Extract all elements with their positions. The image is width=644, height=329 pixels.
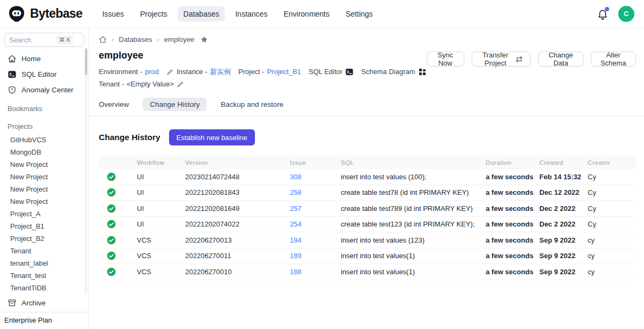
nav-item-databases[interactable]: Databases xyxy=(178,6,225,21)
sql-cell: insert into test values (100); xyxy=(341,173,486,181)
issue-link[interactable]: 258 xyxy=(290,188,302,196)
search-box[interactable]: ⌘ K xyxy=(4,33,84,47)
archive-icon xyxy=(8,298,17,308)
sql-editor-label: SQL Editor xyxy=(309,65,342,78)
environment-link[interactable]: prod xyxy=(145,65,159,78)
nav-item-instances[interactable]: Instances xyxy=(229,6,273,21)
search-input[interactable] xyxy=(9,36,56,44)
table-row[interactable]: VCS202206270013194insert into test value… xyxy=(99,232,636,248)
creator-cell: Cy xyxy=(588,220,636,228)
sidebar-project-tenanttidb[interactable]: TenantTiDB xyxy=(0,282,89,294)
status-cell xyxy=(99,236,137,245)
table-row[interactable]: UI20230214072448308insert into test valu… xyxy=(99,169,636,185)
sidebar-project-new-project[interactable]: New Project xyxy=(0,171,89,183)
star-icon[interactable] xyxy=(200,35,208,43)
topbar-right: C xyxy=(597,6,634,22)
breadcrumb-employee[interactable]: employee xyxy=(164,35,194,43)
table-row[interactable]: UI20221202074022254create table test123 … xyxy=(99,217,636,233)
breadcrumb-databases[interactable]: Databases xyxy=(119,35,152,43)
sidebar-project-tenant[interactable]: Tenant xyxy=(0,245,89,257)
sql-editor-link[interactable]: SQL Editor xyxy=(309,65,354,78)
column-header-duration: Duration xyxy=(486,159,539,166)
table-row[interactable]: VCS202206270011189insert into test value… xyxy=(99,248,636,265)
transfer-project-button[interactable]: Transfer Project xyxy=(472,52,531,67)
sidebar-footer: Archive Enterprise Plan xyxy=(0,294,89,329)
sidebar-item-anomaly-center[interactable]: Anomaly Center xyxy=(0,82,89,98)
change-history-table: WorkflowVersionIssueSQLDurationCreatedCr… xyxy=(99,156,636,280)
button-label: Transfer Project xyxy=(479,51,511,67)
schema-diagram-link[interactable]: Schema Diagram xyxy=(361,65,426,78)
tab-backup-and-restore[interactable]: Backup and restore xyxy=(221,98,283,111)
tab-change-history[interactable]: Change History xyxy=(143,98,207,111)
alter-schema-button[interactable]: Alter Schema xyxy=(591,52,636,67)
table-header-row: WorkflowVersionIssueSQLDurationCreatedCr… xyxy=(99,156,636,169)
brand[interactable]: Bytebase xyxy=(8,5,82,23)
issue-link[interactable]: 188 xyxy=(290,268,302,276)
nav-item-issues[interactable]: Issues xyxy=(96,6,129,21)
issue-cell: 189 xyxy=(290,252,341,260)
sidebar-project-new-project[interactable]: New Project xyxy=(0,195,89,208)
sidebar-item-label: SQL Editor xyxy=(21,70,57,78)
nav-item-projects[interactable]: Projects xyxy=(134,6,173,21)
notifications-bell-icon[interactable] xyxy=(597,8,609,20)
sidebar-project-project-b2[interactable]: Project_B2 xyxy=(0,232,89,245)
duration-cell: a few seconds xyxy=(486,173,539,181)
created-cell: Sep 9 2022 xyxy=(539,268,588,276)
transfer-icon xyxy=(515,55,523,63)
plan-label: Enterprise Plan xyxy=(0,312,89,329)
tenant-label: Tenant - xyxy=(99,78,124,90)
button-label: Sync Now xyxy=(434,51,457,67)
workflow-cell: VCS xyxy=(137,268,185,276)
sidebar-project-tenant-test[interactable]: Tenant_test xyxy=(0,269,89,282)
sidebar-scrollbar-track[interactable] xyxy=(85,47,87,323)
sidebar-item-archive[interactable]: Archive xyxy=(0,294,89,312)
environment-label: Environment - xyxy=(99,65,142,78)
issue-link[interactable]: 308 xyxy=(290,173,302,181)
status-cell xyxy=(99,251,137,260)
tab-overview[interactable]: Overview xyxy=(99,98,129,111)
project-list: GitHubVCSMongoDBNew ProjectNew ProjectNe… xyxy=(0,134,89,319)
sidebar-item-home[interactable]: Home xyxy=(0,51,89,67)
created-cell: Feb 14 15:32 xyxy=(539,173,588,181)
sidebar-project-new-project[interactable]: New Project xyxy=(0,183,89,195)
terminal-icon xyxy=(8,70,17,79)
nav-item-settings[interactable]: Settings xyxy=(340,6,379,21)
issue-link[interactable]: 189 xyxy=(290,252,302,260)
tenant-meta: Tenant - <Empty Value> xyxy=(99,78,184,90)
status-cell xyxy=(99,204,137,213)
avatar[interactable]: C xyxy=(618,6,634,22)
pencil-icon[interactable] xyxy=(177,81,184,88)
sidebar-project-project-a[interactable]: Project_A xyxy=(0,208,89,220)
instance-meta: Instance - 新实例 xyxy=(166,65,231,78)
issue-link[interactable]: 254 xyxy=(290,220,302,228)
check-circle-icon xyxy=(107,236,116,245)
issue-link[interactable]: 194 xyxy=(290,236,302,244)
table-row[interactable]: VCS202206270010188insert into test value… xyxy=(99,264,636,280)
created-cell: Sep 9 2022 xyxy=(539,236,588,244)
nav-item-environments[interactable]: Environments xyxy=(277,6,335,21)
home-icon[interactable] xyxy=(99,35,107,43)
change-data-button[interactable]: Change Data xyxy=(538,52,583,67)
creator-cell: Cy xyxy=(588,173,636,181)
sql-cell: create table test78 (id int PRIMARY KEY) xyxy=(341,188,486,196)
sidebar-project-githubvcs[interactable]: GitHubVCS xyxy=(0,134,89,146)
establish-baseline-button[interactable]: Establish new baseline xyxy=(169,129,255,145)
sidebar-item-sql-editor[interactable]: SQL Editor xyxy=(0,67,89,82)
version-cell: 202206270010 xyxy=(185,268,290,276)
archive-label: Archive xyxy=(21,299,46,307)
check-circle-icon xyxy=(107,188,116,197)
issue-link[interactable]: 257 xyxy=(290,204,302,213)
sidebar-project-mongodb[interactable]: MongoDB xyxy=(0,146,89,158)
project-link[interactable]: Project_B1 xyxy=(267,65,301,78)
creator-cell: cy xyxy=(588,252,636,260)
sidebar-scrollbar-thumb[interactable] xyxy=(85,48,87,75)
instance-link[interactable]: 新实例 xyxy=(210,65,231,78)
sync-now-button[interactable]: Sync Now xyxy=(427,52,464,67)
sidebar-item-label: Anomaly Center xyxy=(21,86,74,94)
sidebar-project-tenant-label[interactable]: tenant_label xyxy=(0,257,89,269)
sidebar-project-project-b1[interactable]: Project_B1 xyxy=(0,220,89,232)
table-row[interactable]: UI20221202081649257create table test789 … xyxy=(99,201,636,217)
column-header-sql: SQL xyxy=(341,159,486,166)
sidebar-project-new-project[interactable]: New Project xyxy=(0,158,89,171)
table-row[interactable]: UI20221202081843258create table test78 (… xyxy=(99,185,636,201)
